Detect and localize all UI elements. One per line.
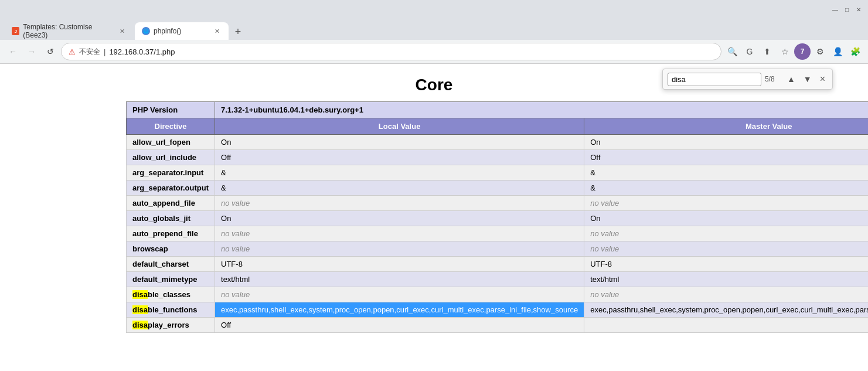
master-value-cell: no value [584,287,868,302]
tab-templates-close-icon[interactable]: ✕ [118,26,127,36]
local-value-cell: no value [215,241,584,257]
find-bar: 5/8 ▲ ▼ × [662,69,833,90]
master-value-cell: On [584,211,868,226]
master-value-cell: text/html [584,272,868,287]
directive-cell: disaplay_errors [127,318,215,333]
master-value-cell: UTF-8 [584,257,868,272]
table-row: allow_url_fopen On On [127,135,869,150]
translate-icon[interactable]: G [741,43,758,60]
security-warning-icon: ⚠ [69,47,76,56]
local-value-cell: & [215,181,584,196]
share-icon[interactable]: ⬆ [759,43,775,60]
master-value-cell [584,318,868,333]
php-version-label: PHP Version [127,102,215,118]
table-row: arg_separator.output & & [127,181,869,196]
col-directive: Directive [127,118,215,135]
directive-cell: disable_functions [127,302,215,318]
bookmark-icon[interactable]: ☆ [777,43,793,60]
find-input[interactable] [668,73,761,86]
find-prev-button[interactable]: ▲ [785,73,798,85]
maximize-btn[interactable]: □ [842,5,852,14]
tab-phpinfo-label: phpinfo() [154,27,181,35]
lens-icon[interactable]: 🔍 [724,43,740,60]
table-row: auto_globals_jit On On [127,211,869,226]
table-row: browscap no value no value [127,241,869,257]
table-row: auto_prepend_file no value no value [127,226,869,241]
master-value-cell: Off [584,150,868,165]
tab-phpinfo-close-icon[interactable]: ✕ [212,26,222,36]
address-text: 192.168.0.37/1.php [109,47,175,56]
table-header-row: Directive Local Value Master Value [127,118,869,135]
local-value-cell: text/html [215,272,584,287]
table-row: auto_append_file no value no value [127,196,869,211]
directive-cell: default_charset [127,257,215,272]
back-button[interactable]: ← [5,43,21,60]
table-row: arg_separator.input & & [127,165,869,181]
find-count: 5/8 [765,75,781,83]
find-close-button[interactable]: × [818,73,828,86]
master-value-cell: exec,passthru,shell_exec,system,proc_ope… [584,302,868,318]
tab-phpinfo[interactable]: 🌐 phpinfo() ✕ [135,22,229,40]
settings-icon[interactable]: ⚙ [812,43,828,60]
extension-icon[interactable]: 🧩 [847,43,863,60]
local-value-cell: no value [215,287,584,302]
directive-cell: browscap [127,241,215,257]
tabs-bar: J Templates: Customise (Beez3) ✕ 🌐 phpin… [0,19,868,40]
browser-chrome: — □ ✕ J Templates: Customise (Beez3) ✕ 🌐… [0,0,868,64]
local-value-cell: no value [215,226,584,241]
table-row: disaplay_errors Off [127,318,869,333]
directive-cell: auto_append_file [127,196,215,211]
tab-templates-label: Templates: Customise (Beez3) [23,23,114,39]
local-value-cell: Off [215,150,584,165]
col-local: Local Value [215,118,584,135]
php-version-row: PHP Version 7.1.32-1+ubuntu16.04.1+deb.s… [127,102,869,118]
local-value-cell: & [215,165,584,181]
table-row: default_mimetype text/html text/html [127,272,869,287]
master-value-cell: & [584,165,868,181]
title-bar: — □ ✕ [0,0,868,19]
local-value-cell: no value [215,196,584,211]
close-window-btn[interactable]: ✕ [854,5,863,14]
col-master: Master Value [584,118,868,135]
nav-icons-right: 🔍 G ⬆ ☆ 7 ⚙ 👤 🧩 [724,43,863,60]
page-content: 5/8 ▲ ▼ × Core PHP Version 7.1.32-1+ubun… [0,64,868,371]
window-controls: — □ ✕ [830,5,863,14]
profile-icon[interactable]: 7 [794,43,811,60]
directive-cell: allow_url_fopen [127,135,215,150]
local-value-cell: On [215,211,584,226]
nav-bar: ← → ↺ ⚠ 不安全 | 192.168.0.37/1.php 🔍 G ⬆ ☆… [0,40,868,63]
master-value-cell: no value [584,196,868,211]
php-version-value: 7.1.32-1+ubuntu16.04.1+deb.sury.org+1 [215,102,868,118]
forward-button[interactable]: → [23,43,40,60]
directive-cell: arg_separator.output [127,181,215,196]
find-next-button[interactable]: ▼ [801,73,814,85]
warning-text: 不安全 [79,47,100,57]
directive-cell: auto_prepend_file [127,226,215,241]
table-row: allow_url_include Off Off [127,150,869,165]
joomla-favicon-icon: J [12,27,19,35]
master-value-cell: & [584,181,868,196]
master-value-cell: no value [584,241,868,257]
php-info-table: PHP Version 7.1.32-1+ubuntu16.04.1+deb.s… [126,101,868,333]
master-value-cell: On [584,135,868,150]
table-row: disable_functions exec,passthru,shell_ex… [127,302,869,318]
user-icon[interactable]: 👤 [829,43,846,60]
local-value-cell-selected: exec,passthru,shell_exec,system,proc_ope… [215,302,584,318]
minimize-btn[interactable]: — [830,5,840,14]
new-tab-button[interactable]: + [230,23,246,40]
master-value-cell: no value [584,226,868,241]
table-row: default_charset UTF-8 UTF-8 [127,257,869,272]
local-value-cell: UTF-8 [215,257,584,272]
directive-cell: arg_separator.input [127,165,215,181]
directive-cell: default_mimetype [127,272,215,287]
tab-templates[interactable]: J Templates: Customise (Beez3) ✕ [5,22,134,40]
directive-cell: disable_classes [127,287,215,302]
reload-button[interactable]: ↺ [42,43,59,60]
globe-favicon-icon: 🌐 [142,27,150,35]
local-value-cell: Off [215,318,584,333]
directive-cell: auto_globals_jit [127,211,215,226]
table-row: disable_classes no value no value [127,287,869,302]
local-value-cell: On [215,135,584,150]
address-bar[interactable]: ⚠ 不安全 | 192.168.0.37/1.php [61,43,721,60]
directive-cell: allow_url_include [127,150,215,165]
